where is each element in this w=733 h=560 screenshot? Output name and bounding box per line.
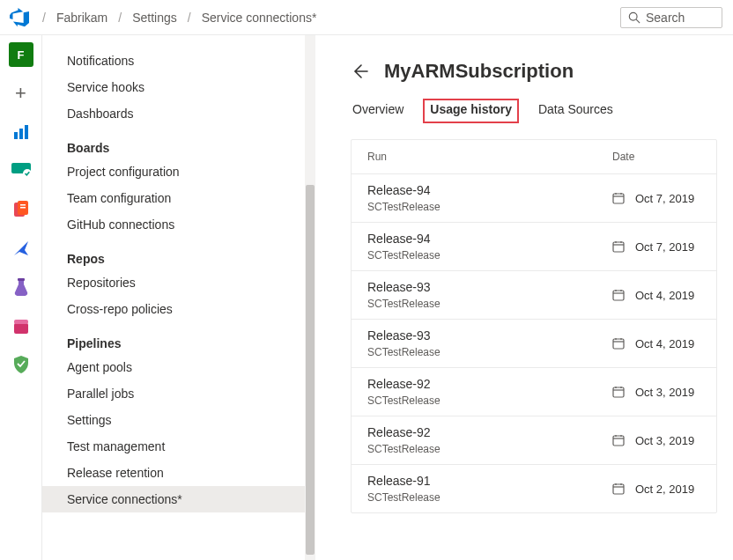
settings-item[interactable]: Service connections* bbox=[42, 486, 305, 512]
settings-item[interactable]: Cross-repo policies bbox=[67, 296, 305, 322]
run-name: Release-94 bbox=[367, 232, 612, 246]
breadcrumb-item[interactable]: Service connections* bbox=[202, 11, 317, 25]
search-icon bbox=[628, 11, 640, 24]
run-name: Release-92 bbox=[367, 377, 612, 391]
table-row[interactable]: Release-93SCTestReleaseOct 4, 2019 bbox=[352, 319, 716, 367]
repos-icon[interactable] bbox=[9, 197, 33, 222]
calendar-icon bbox=[612, 386, 625, 398]
settings-item[interactable]: Project configuration bbox=[67, 158, 305, 185]
breadcrumb-sep: / bbox=[118, 11, 122, 25]
settings-pane: NotificationsService hooksDashboardsBoar… bbox=[42, 35, 315, 560]
settings-item[interactable]: Test management bbox=[67, 433, 305, 460]
col-header-run: Run bbox=[367, 151, 612, 163]
settings-item[interactable]: Repositories bbox=[67, 269, 305, 296]
page-title: MyARMSubscription bbox=[384, 60, 574, 83]
settings-item[interactable]: Settings bbox=[67, 407, 305, 433]
search-placeholder: Search bbox=[646, 11, 685, 25]
usage-history-table: Run Date Release-94SCTestReleaseOct 7, 2… bbox=[351, 139, 717, 513]
calendar-icon bbox=[612, 289, 625, 301]
boards-icon[interactable] bbox=[9, 158, 33, 183]
svg-rect-12 bbox=[14, 323, 28, 334]
shield-icon[interactable] bbox=[9, 352, 33, 377]
run-date: Oct 3, 2019 bbox=[612, 386, 700, 399]
svg-rect-11 bbox=[18, 278, 25, 281]
testplans-icon[interactable] bbox=[9, 275, 33, 299]
table-row[interactable]: Release-91SCTestReleaseOct 2, 2019 bbox=[352, 464, 716, 512]
settings-item[interactable]: Release retention bbox=[67, 460, 305, 486]
svg-rect-10 bbox=[20, 207, 26, 209]
settings-section-header: Repos bbox=[67, 238, 305, 269]
run-date: Oct 2, 2019 bbox=[612, 483, 700, 496]
tab-data-sources[interactable]: Data Sources bbox=[537, 99, 615, 123]
run-name: Release-93 bbox=[367, 280, 612, 294]
tab-usage-history[interactable]: Usage history bbox=[423, 99, 519, 123]
svg-rect-3 bbox=[19, 129, 23, 139]
scroll-thumb[interactable] bbox=[306, 185, 315, 555]
svg-point-0 bbox=[629, 12, 637, 20]
settings-item[interactable]: GitHub connections bbox=[67, 211, 305, 238]
run-date: Oct 4, 2019 bbox=[612, 289, 700, 302]
settings-item[interactable]: Notifications bbox=[67, 48, 305, 74]
settings-section-header: Boards bbox=[67, 127, 305, 158]
breadcrumb-sep: / bbox=[42, 11, 46, 25]
svg-rect-38 bbox=[613, 484, 624, 494]
scrollbar[interactable] bbox=[305, 35, 315, 560]
table-header: Run Date bbox=[352, 140, 716, 173]
svg-rect-34 bbox=[613, 436, 624, 446]
run-name: Release-91 bbox=[367, 474, 612, 488]
svg-rect-26 bbox=[613, 339, 624, 349]
table-row[interactable]: Release-93SCTestReleaseOct 4, 2019 bbox=[352, 270, 716, 319]
svg-rect-13 bbox=[14, 320, 28, 324]
svg-rect-4 bbox=[25, 125, 28, 139]
main-content: MyARMSubscription OverviewUsage historyD… bbox=[315, 35, 733, 560]
col-header-date: Date bbox=[612, 151, 700, 163]
icon-rail: F + bbox=[0, 35, 42, 560]
settings-list: NotificationsService hooksDashboardsBoar… bbox=[42, 35, 305, 560]
svg-rect-9 bbox=[20, 204, 26, 206]
calendar-icon bbox=[612, 483, 625, 495]
settings-section-header: Pipelines bbox=[67, 322, 305, 354]
table-row[interactable]: Release-92SCTestReleaseOct 3, 2019 bbox=[352, 367, 716, 416]
tabs: OverviewUsage historyData Sources bbox=[351, 99, 717, 123]
settings-item[interactable]: Dashboards bbox=[67, 100, 305, 127]
calendar-icon bbox=[612, 240, 625, 253]
run-name: Release-94 bbox=[367, 183, 612, 197]
back-arrow-icon[interactable] bbox=[351, 63, 368, 80]
breadcrumb-sep: / bbox=[188, 11, 191, 25]
search-input[interactable]: Search bbox=[620, 7, 722, 28]
table-row[interactable]: Release-94SCTestReleaseOct 7, 2019 bbox=[352, 173, 716, 222]
run-name: Release-92 bbox=[367, 425, 612, 439]
breadcrumb: / Fabrikam / Settings / Service connecti… bbox=[42, 11, 316, 25]
run-pipeline: SCTestRelease bbox=[367, 443, 612, 455]
run-date: Oct 7, 2019 bbox=[612, 192, 700, 205]
settings-item[interactable]: Parallel jobs bbox=[67, 380, 305, 407]
calendar-icon bbox=[612, 434, 625, 446]
project-avatar[interactable]: F bbox=[9, 42, 33, 67]
add-icon[interactable]: + bbox=[9, 81, 33, 106]
azure-devops-logo[interactable] bbox=[7, 5, 32, 30]
svg-rect-14 bbox=[613, 194, 624, 203]
table-row[interactable]: Release-94SCTestReleaseOct 7, 2019 bbox=[352, 222, 716, 270]
svg-rect-18 bbox=[613, 242, 624, 252]
overview-icon[interactable] bbox=[9, 120, 33, 144]
breadcrumb-item[interactable]: Fabrikam bbox=[56, 11, 107, 25]
run-pipeline: SCTestRelease bbox=[367, 298, 612, 310]
pipelines-icon[interactable] bbox=[9, 236, 33, 261]
run-pipeline: SCTestRelease bbox=[367, 249, 612, 262]
calendar-icon bbox=[612, 337, 625, 350]
run-date: Oct 7, 2019 bbox=[612, 240, 700, 254]
settings-item[interactable]: Service hooks bbox=[67, 74, 305, 100]
tab-overview[interactable]: Overview bbox=[351, 99, 405, 123]
run-pipeline: SCTestRelease bbox=[367, 394, 612, 407]
svg-rect-2 bbox=[14, 132, 18, 139]
run-name: Release-93 bbox=[367, 328, 612, 343]
svg-rect-30 bbox=[613, 387, 624, 397]
artifacts-icon[interactable] bbox=[9, 313, 33, 338]
settings-item[interactable]: Agent pools bbox=[67, 354, 305, 380]
run-pipeline: SCTestRelease bbox=[367, 201, 612, 213]
settings-item[interactable]: Team configuration bbox=[67, 185, 305, 211]
run-date: Oct 4, 2019 bbox=[612, 337, 700, 350]
table-row[interactable]: Release-92SCTestReleaseOct 3, 2019 bbox=[352, 416, 716, 464]
svg-line-1 bbox=[636, 19, 640, 23]
breadcrumb-item[interactable]: Settings bbox=[132, 11, 177, 25]
